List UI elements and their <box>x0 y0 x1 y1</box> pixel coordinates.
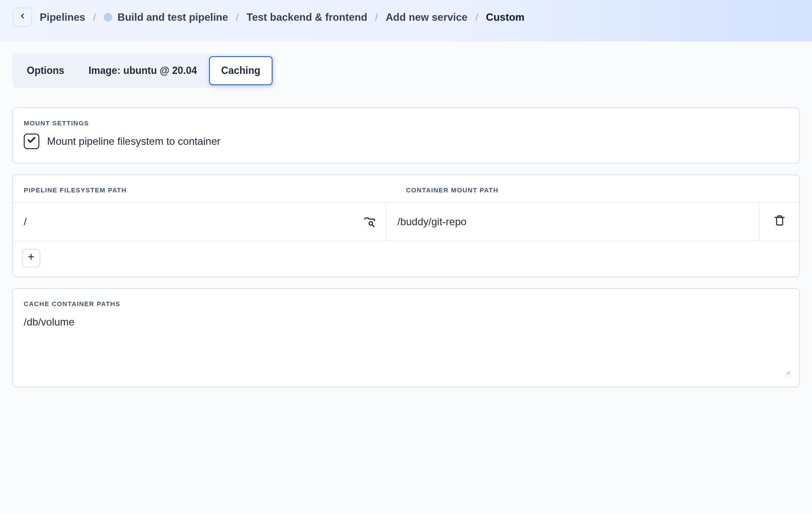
breadcrumb-separator: / <box>475 11 478 23</box>
breadcrumb-current: Custom <box>486 11 524 23</box>
path-row <box>13 202 799 241</box>
browse-folder-icon[interactable] <box>363 215 376 228</box>
breadcrumb-separator: / <box>375 11 378 23</box>
breadcrumb-separator: / <box>93 11 96 23</box>
svg-line-1 <box>372 225 374 227</box>
delete-path-row-button[interactable] <box>760 203 799 241</box>
path-mapping-card: PIPELINE FILESYSTEM PATH CONTAINER MOUNT… <box>12 175 800 277</box>
tab-caching[interactable]: Caching <box>209 56 273 85</box>
breadcrumb-separator: / <box>236 11 239 23</box>
container-mount-path-header: CONTAINER MOUNT PATH <box>406 186 788 194</box>
pipeline-status-dot-icon <box>104 13 112 22</box>
breadcrumb-test-backend-frontend[interactable]: Test backend & frontend <box>247 11 368 23</box>
tab-image[interactable]: Image: ubuntu @ 20.04 <box>76 56 209 85</box>
plus-icon <box>27 252 35 264</box>
tabs: Options Image: ubuntu @ 20.04 Caching <box>12 54 275 88</box>
pipeline-filesystem-path-header: PIPELINE FILESYSTEM PATH <box>24 186 406 194</box>
breadcrumb-add-new-service[interactable]: Add new service <box>386 11 467 23</box>
mount-settings-card: MOUNT SETTINGS Mount pipeline filesystem… <box>12 108 800 163</box>
mount-path-input[interactable] <box>386 203 759 241</box>
cache-paths-textarea[interactable] <box>22 314 790 375</box>
add-path-row-button[interactable] <box>22 249 40 267</box>
fs-path-cell <box>13 203 386 241</box>
breadcrumb-build-and-test[interactable]: Build and test pipeline <box>104 11 228 23</box>
mount-checkbox-row[interactable]: Mount pipeline filesystem to container <box>24 134 788 149</box>
mount-checkbox-label: Mount pipeline filesystem to container <box>47 135 221 147</box>
breadcrumb-pipelines[interactable]: Pipelines <box>40 11 85 23</box>
mount-path-cell <box>386 203 760 241</box>
mount-checkbox[interactable] <box>24 134 39 149</box>
mount-settings-title: MOUNT SETTINGS <box>13 108 799 134</box>
breadcrumb: Pipelines / Build and test pipeline / Te… <box>40 11 524 23</box>
chevron-left-icon <box>19 11 26 23</box>
back-button[interactable] <box>13 8 32 27</box>
fs-path-input[interactable] <box>13 203 386 241</box>
breadcrumb-label: Build and test pipeline <box>117 11 228 23</box>
tab-options[interactable]: Options <box>15 56 76 85</box>
topbar: Pipelines / Build and test pipeline / Te… <box>0 0 812 42</box>
trash-icon <box>774 214 786 229</box>
cache-paths-title: CACHE CONTAINER PATHS <box>13 289 799 314</box>
content: Options Image: ubuntu @ 20.04 Caching MO… <box>0 42 812 416</box>
check-icon <box>27 135 36 147</box>
add-row-area <box>13 241 799 277</box>
cache-paths-card: CACHE CONTAINER PATHS <box>12 288 800 387</box>
